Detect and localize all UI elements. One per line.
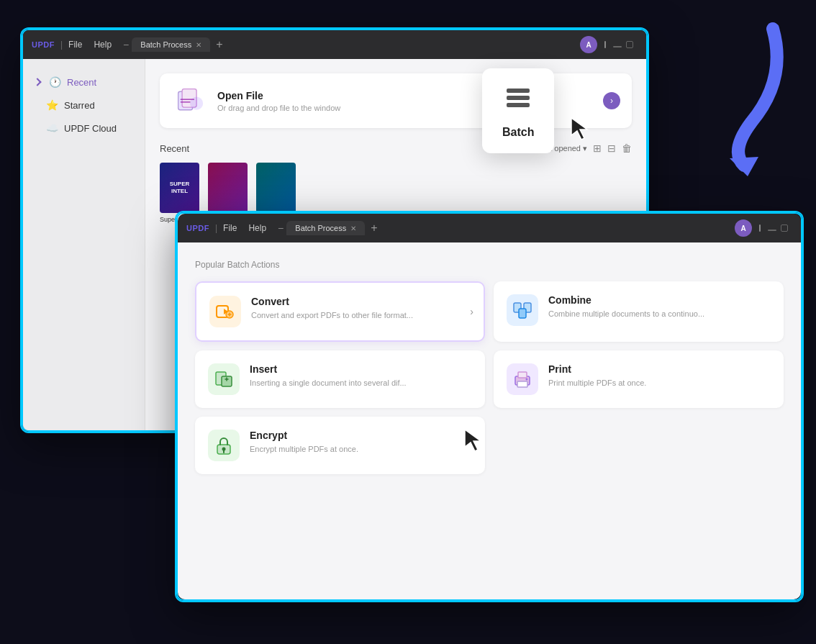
batch-tooltip: Batch [482, 68, 554, 153]
minimize-btn-2[interactable] [768, 230, 776, 231]
convert-title: Convert [251, 296, 413, 307]
sidebar-item-starred[interactable]: ⭐ Starred [23, 94, 145, 117]
tab-batch-2[interactable]: Batch Process ✕ [286, 221, 365, 235]
open-file-card[interactable]: Open File Or drag and drop file to the w… [160, 73, 632, 128]
encrypt-text: Encrypt Encrypt multiple PDFs at once. [250, 430, 358, 455]
open-file-title: Open File [217, 90, 340, 101]
recent-icon: 🕐 [49, 76, 61, 88]
svg-point-18 [526, 378, 528, 381]
wc-dots-1 [602, 41, 609, 48]
print-title: Print [548, 363, 646, 375]
tab-add-2[interactable]: + [368, 222, 380, 235]
svg-point-3 [190, 97, 203, 110]
insert-text: Insert Inserting a single document into … [250, 363, 407, 389]
open-file-text: Open File Or drag and drop file to the w… [217, 90, 340, 112]
brand-logo-1: UPDF [32, 40, 55, 49]
file-thumb-text-0: SUPERINTEL [167, 178, 193, 197]
combine-desc: Combine multiple documents to a continuo… [548, 309, 704, 319]
convert-desc: Convert and export PDFs to other file fo… [251, 310, 413, 321]
sidebar-active-arrow [33, 78, 41, 86]
svg-rect-12 [519, 309, 526, 318]
window-controls-1: A [580, 36, 638, 53]
encrypt-desc: Encrypt multiple PDFs at once. [250, 444, 358, 455]
sort-chevron: ▾ [583, 144, 587, 153]
menu-bar-1: File Help [68, 40, 112, 50]
titlebar-1: UPDF | File Help − Batch Process ✕ + A [23, 30, 646, 59]
decorative-arrow [708, 22, 794, 165]
batch-card-combine[interactable]: Combine Combine multiple documents to a … [494, 281, 784, 342]
menu-help-1[interactable]: Help [94, 40, 112, 50]
combine-title: Combine [548, 294, 704, 306]
svg-marker-0 [730, 157, 758, 176]
maximize-btn-1[interactable] [626, 41, 633, 48]
convert-icon [209, 296, 241, 327]
sep-2: | [215, 223, 217, 233]
brand-logo-2: UPDF [186, 224, 209, 232]
wc-dots-2 [756, 225, 763, 232]
list-view-btn[interactable]: ⊞ [593, 142, 602, 154]
minimize-btn-1[interactable] [613, 46, 622, 47]
grid-view-btn[interactable]: ⊟ [607, 142, 616, 154]
sidebar: 🕐 Recent ⭐ Starred ☁️ UPDF Cloud [23, 59, 145, 430]
tab-add-1[interactable]: + [213, 38, 225, 51]
insert-title: Insert [250, 363, 407, 375]
svg-marker-22 [465, 430, 481, 451]
print-text: Print Print multiple PDFs at once. [548, 363, 646, 389]
section-label: Popular Batch Actions [195, 260, 784, 270]
convert-text: Convert Convert and export PDFs to other… [251, 296, 413, 321]
open-file-subtitle: Or drag and drop file to the window [217, 104, 340, 112]
batch-tooltip-icon [502, 83, 534, 120]
window-controls-2: A [735, 219, 792, 237]
sidebar-label-cloud: UPDF Cloud [64, 123, 117, 134]
svg-rect-16 [518, 372, 527, 378]
insert-desc: Inserting a single document into several… [250, 378, 407, 389]
insert-icon [208, 363, 240, 395]
batch-tooltip-label: Batch [502, 126, 534, 139]
combine-text: Combine Combine multiple documents to a … [548, 294, 704, 319]
print-icon [507, 363, 538, 395]
encrypt-icon [208, 430, 240, 461]
tab-bar-2: − Batch Process ✕ + [278, 221, 729, 235]
svg-rect-17 [517, 381, 527, 387]
encrypt-title: Encrypt [250, 430, 358, 441]
tab-minus-2[interactable]: − [278, 222, 284, 234]
cursor-1 [568, 115, 594, 144]
tab-minus-1[interactable]: − [123, 39, 129, 50]
menu-file-2[interactable]: File [223, 223, 237, 233]
tab-label-2: Batch Process [295, 224, 346, 232]
batch-card-print[interactable]: Print Print multiple PDFs at once. [494, 350, 784, 408]
batch-card-insert[interactable]: Insert Inserting a single document into … [195, 350, 485, 408]
recent-title: Recent [160, 143, 189, 154]
sep-1: | [60, 40, 63, 50]
avatar-2[interactable]: A [735, 219, 752, 237]
tab-close-1[interactable]: ✕ [196, 41, 201, 49]
tab-label-1: Batch Process [140, 40, 191, 49]
menu-bar-2: File Help [223, 223, 266, 233]
combine-icon [507, 294, 538, 326]
menu-help-2[interactable]: Help [248, 223, 266, 233]
menu-file-1[interactable]: File [68, 40, 82, 50]
avatar-1[interactable]: A [580, 36, 597, 53]
batch-actions-grid: Convert Convert and export PDFs to other… [195, 281, 784, 474]
cursor-2 [462, 427, 488, 455]
tab-batch-1[interactable]: Batch Process ✕ [132, 37, 210, 52]
convert-arrow: › [470, 306, 473, 317]
window2-inner: UPDF | File Help − Batch Process ✕ + A [178, 214, 801, 599]
sidebar-item-recent[interactable]: 🕐 Recent [23, 71, 145, 94]
starred-icon: ⭐ [46, 99, 58, 111]
maximize-btn-2[interactable] [781, 225, 788, 232]
open-file-arrow[interactable]: › [603, 92, 620, 109]
window-foreground: UPDF | File Help − Batch Process ✕ + A [176, 212, 802, 601]
batch-card-convert[interactable]: Convert Convert and export PDFs to other… [195, 281, 485, 342]
svg-rect-5 [507, 96, 530, 100]
recent-header: Recent Last opened ▾ ⊞ ⊟ 🗑 [160, 142, 632, 154]
batch-card-encrypt[interactable]: Encrypt Encrypt multiple PDFs at once. [195, 417, 485, 474]
print-desc: Print multiple PDFs at once. [548, 378, 646, 389]
svg-rect-6 [507, 103, 530, 107]
sidebar-item-cloud[interactable]: ☁️ UPDF Cloud [23, 117, 145, 140]
delete-btn[interactable]: 🗑 [622, 142, 632, 154]
open-file-icon [174, 85, 206, 117]
svg-marker-7 [571, 118, 587, 140]
cloud-icon: ☁️ [46, 122, 58, 134]
tab-close-2[interactable]: ✕ [350, 225, 356, 232]
